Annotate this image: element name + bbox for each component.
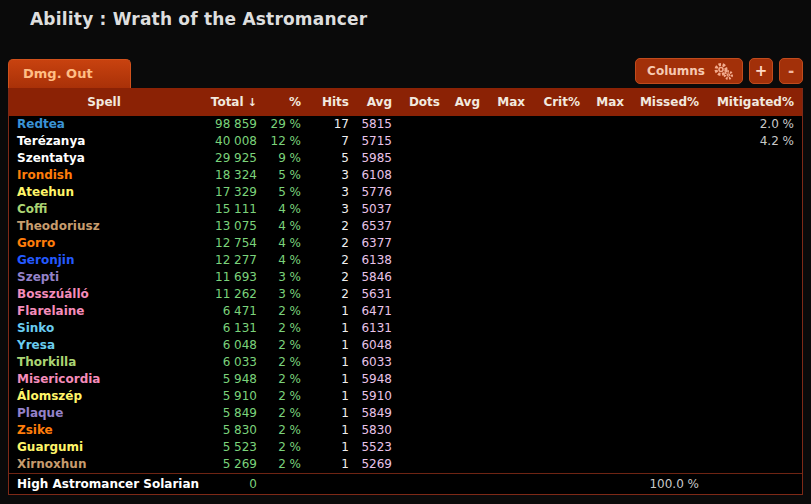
cell-hits: 17 <box>309 116 357 133</box>
cell-mitigated <box>707 405 802 422</box>
cell-total: 12 277 <box>199 252 265 269</box>
add-column-button[interactable]: + <box>749 58 773 84</box>
cell-hits: 3 <box>309 201 357 218</box>
cell-total: 17 329 <box>199 184 265 201</box>
player-name[interactable]: Szentatya <box>9 150 199 167</box>
col-header-hits[interactable]: Hits <box>309 88 357 116</box>
col-header-critpct[interactable]: Crit% <box>533 88 588 116</box>
cell-crit <box>533 184 588 201</box>
cell-max <box>488 405 533 422</box>
player-name[interactable]: Gorro <box>9 235 199 252</box>
cell-max2 <box>588 235 632 252</box>
cell-hits: 1 <box>309 456 357 474</box>
cell-avg2 <box>448 218 488 235</box>
col-header-dots[interactable]: Dots <box>400 88 448 116</box>
cell-crit <box>533 337 588 354</box>
cell-avg: 5631 <box>357 286 400 303</box>
table-row: Terézanya40 00812 %757154.2 % <box>9 133 802 150</box>
cell-avg2 <box>448 354 488 371</box>
col-header-dots-avg[interactable]: Avg <box>448 88 488 116</box>
player-name[interactable]: Xirnoxhun <box>9 456 199 474</box>
cell-max2 <box>588 252 632 269</box>
cell-pct: 9 % <box>265 150 309 167</box>
player-name[interactable]: Terézanya <box>9 133 199 150</box>
cell-hits: 2 <box>309 252 357 269</box>
col-header-crit-max[interactable]: Max <box>588 88 632 116</box>
col-header-max[interactable]: Max <box>488 88 533 116</box>
player-name[interactable]: High Astromancer Solarian <box>9 474 199 495</box>
cell-avg: 6138 <box>357 252 400 269</box>
damage-table-wrapper: Spell Total ↓ % Hits Avg Dots Avg Max Cr… <box>8 88 803 495</box>
cell-missed <box>632 354 707 371</box>
cell-max <box>488 422 533 439</box>
cell-pct: 4 % <box>265 218 309 235</box>
player-name[interactable]: Guargumi <box>9 439 199 456</box>
col-header-spell[interactable]: Spell <box>9 88 199 116</box>
player-name[interactable]: Ateehun <box>9 184 199 201</box>
cell-max2 <box>588 269 632 286</box>
player-name[interactable]: Álomszép <box>9 388 199 405</box>
player-name[interactable]: Geronjin <box>9 252 199 269</box>
player-name[interactable]: Bosszúálló <box>9 286 199 303</box>
cell-crit <box>533 303 588 320</box>
cell-hits: 5 <box>309 150 357 167</box>
player-name[interactable]: Flarelaine <box>9 303 199 320</box>
col-header-mitigatedpct[interactable]: Mitigated% <box>707 88 802 116</box>
cell-dots <box>400 184 448 201</box>
cell-total: 6 131 <box>199 320 265 337</box>
cell-missed <box>632 337 707 354</box>
cell-total: 0 <box>199 474 265 495</box>
cell-total: 5 523 <box>199 439 265 456</box>
table-row: Coffi15 1114 %35037 <box>9 201 802 218</box>
cell-dots <box>400 150 448 167</box>
cell-hits: 1 <box>309 320 357 337</box>
cell-mitigated <box>707 422 802 439</box>
cell-dots <box>400 201 448 218</box>
col-header-total[interactable]: Total ↓ <box>199 88 265 116</box>
player-name[interactable]: Irondish <box>9 167 199 184</box>
col-header-pct[interactable]: % <box>265 88 309 116</box>
cell-dots <box>400 116 448 133</box>
cell-max <box>488 235 533 252</box>
cell-crit <box>533 201 588 218</box>
player-name[interactable]: Thorkilla <box>9 354 199 371</box>
column-toolbar: Columns + - <box>635 58 803 88</box>
remove-column-button[interactable]: - <box>779 58 803 84</box>
cell-max <box>488 150 533 167</box>
player-name[interactable]: Zsike <box>9 422 199 439</box>
cell-avg2 <box>448 439 488 456</box>
player-name[interactable]: Theodoriusz <box>9 218 199 235</box>
cell-max2 <box>588 388 632 405</box>
cell-mitigated <box>707 184 802 201</box>
cell-max2 <box>588 303 632 320</box>
col-header-avg[interactable]: Avg <box>357 88 400 116</box>
cell-missed <box>632 422 707 439</box>
cell-mitigated <box>707 303 802 320</box>
player-name[interactable]: Misericordia <box>9 371 199 388</box>
cell-missed <box>632 320 707 337</box>
cell-max <box>488 116 533 133</box>
cell-avg: 5269 <box>357 456 400 474</box>
col-header-missedpct[interactable]: Missed% <box>632 88 707 116</box>
player-name[interactable]: Plaque <box>9 405 199 422</box>
cell-dots <box>400 439 448 456</box>
cell-total: 15 111 <box>199 201 265 218</box>
cell-max <box>488 354 533 371</box>
tab-dmg-out[interactable]: Dmg. Out <box>8 59 131 88</box>
cell-mitigated <box>707 235 802 252</box>
cell-hits: 1 <box>309 303 357 320</box>
cell-avg: 5776 <box>357 184 400 201</box>
cell-crit <box>533 218 588 235</box>
player-name[interactable]: Szepti <box>9 269 199 286</box>
cell-pct: 2 % <box>265 320 309 337</box>
player-name[interactable]: Redtea <box>9 116 199 133</box>
cell-dots <box>400 474 448 495</box>
cell-total: 6 033 <box>199 354 265 371</box>
table-row: Plaque5 8492 %15849 <box>9 405 802 422</box>
columns-button[interactable]: Columns <box>635 58 743 84</box>
cell-total: 29 925 <box>199 150 265 167</box>
player-name[interactable]: Yresa <box>9 337 199 354</box>
cell-total: 18 324 <box>199 167 265 184</box>
player-name[interactable]: Sinko <box>9 320 199 337</box>
player-name[interactable]: Coffi <box>9 201 199 218</box>
